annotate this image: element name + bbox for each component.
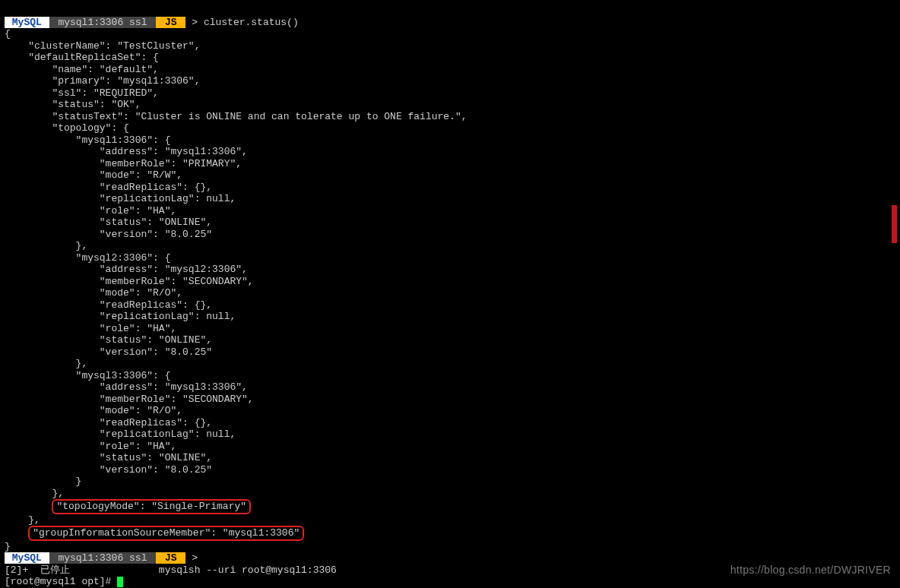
host-tag: mysql1:3306 ssl [49,17,157,28]
json-line: "mysql1:3306": { [5,134,170,146]
json-line: "mode": "R/O", [5,405,182,416]
highlight-topology-mode: "topologyMode": "Single-Primary" [52,499,251,514]
terminal-output[interactable]: MySQL mysql1:3306 ssl JS > cluster.statu… [0,0,900,588]
json-line: }, [5,240,87,251]
json-line: "role": "HA", [5,441,176,452]
json-line: "status": "ONLINE", [5,452,212,463]
prompt-chevron: > [192,17,198,28]
json-line: }, [5,514,40,526]
host-tag: mysql1:3306 ssl [49,552,157,564]
json-line: { [5,28,11,40]
json-line: "memberRole": "SECONDARY", [5,276,254,287]
js-tag: JS [156,17,185,28]
json-line: "name": "default", [5,64,159,75]
json-line: "status": "ONLINE", [5,217,212,228]
watermark-text: https://blog.csdn.net/DWJRIVER [730,564,891,577]
json-line: "version": "8.0.25" [5,464,212,476]
highlight-group-info-source: "groupInformationSourceMember": "mysql1:… [28,526,304,541]
json-line: }, [5,358,87,369]
json-line: } [5,541,11,552]
json-line: "version": "8.0.25" [5,229,212,240]
json-line: "status": "ONLINE", [5,334,212,346]
scrollbar-thumb[interactable] [892,205,897,243]
json-line: "role": "HA", [5,205,176,217]
json-line: "mode": "R/O", [5,287,182,299]
json-line: "replicationLag": null, [5,428,236,440]
json-line: "memberRole": "SECONDARY", [5,394,254,405]
json-line: "status": "OK", [5,99,141,110]
json-line: "role": "HA", [5,323,176,334]
json-line: "topology": { [5,122,129,134]
prompt-chevron: > [192,552,198,564]
json-line: "mode": "R/W", [5,169,182,181]
json-line: "address": "mysql2:3306", [5,264,248,275]
json-line: }, [5,488,64,499]
json-line: } [5,476,81,487]
json-line: "statusText": "Cluster is ONLINE and can… [5,111,467,122]
cursor-icon [117,577,123,587]
json-line: "address": "mysql3:3306", [5,381,248,393]
json-line: "memberRole": "PRIMARY", [5,158,242,169]
json-line: "replicationLag": null, [5,311,236,322]
json-line: "clusterName": "TestCluster", [5,40,200,52]
json-line: "primary": "mysql1:3306", [5,75,200,87]
json-line: "replicationLag": null, [5,193,236,204]
mysql-tag: MySQL [5,552,49,564]
stopped-line: [2]+ 已停止 mysqlsh --uri root@mysql1:3306 [5,564,337,576]
json-line: "mysql2:3306": { [5,252,170,264]
command-text: cluster.status() [204,17,299,28]
json-line: "readReplicas": {}, [5,182,212,193]
json-line: "version": "8.0.25" [5,346,212,358]
js-tag: JS [156,552,185,564]
mysql-tag: MySQL [5,17,49,28]
json-line: "mysql3:3306": { [5,370,170,381]
json-line: "address": "mysql1:3306", [5,146,248,157]
json-line: "ssl": "REQUIRED", [5,87,159,99]
json-line: "readReplicas": {}, [5,417,212,428]
root-prompt[interactable]: [root@mysql1 opt]# [5,576,117,587]
json-line: "defaultReplicaSet": { [5,52,159,63]
json-line: "readReplicas": {}, [5,299,212,311]
